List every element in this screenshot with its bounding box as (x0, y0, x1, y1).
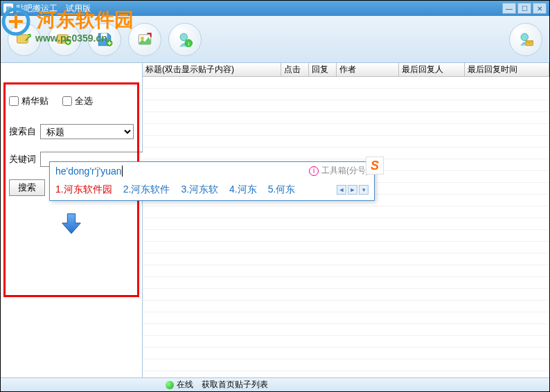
toolbar-btn-3[interactable] (88, 23, 121, 56)
table-header: 标题(双击显示贴子内容) 点击 回复 作者 最后回复人 最后回复时间 (143, 63, 549, 77)
statusbar: 在线 获取首页贴子列表 (1, 377, 549, 391)
online-indicator-icon (166, 381, 174, 389)
keyword-label: 关键词 (9, 153, 36, 166)
th-title[interactable]: 标题(双击显示贴子内容) (143, 63, 281, 76)
svg-rect-4 (101, 33, 107, 38)
th-last-reply-time[interactable]: 最后回复时间 (465, 63, 549, 76)
info-icon: i (309, 166, 319, 176)
maximize-button[interactable]: ☐ (517, 3, 531, 14)
toolbar-btn-1[interactable] (8, 23, 41, 56)
ime-prev-button[interactable]: ◄ (337, 185, 346, 195)
select-all-checkbox[interactable]: 全选 (62, 95, 93, 107)
app-icon: ▦ (3, 3, 13, 13)
ime-next-button[interactable]: ► (348, 185, 357, 195)
ime-candidate-3[interactable]: 3.河东软 (181, 184, 218, 196)
th-author[interactable]: 作者 (337, 63, 399, 76)
th-clicks[interactable]: 点击 (281, 63, 309, 76)
table-body[interactable] (143, 77, 549, 377)
ime-popup: S he'dong'r'j'yuan i 工具箱(分号) 1.河东软件园 2.河… (49, 161, 375, 201)
toolbar-btn-2[interactable] (48, 23, 81, 56)
ime-hint: i 工具箱(分号) (309, 165, 369, 177)
window-title: 贴吧搬运工 (16, 3, 57, 15)
svg-point-11 (521, 33, 529, 41)
main-area: 标题(双击显示贴子内容) 点击 回复 作者 最后回复人 最后回复时间 (143, 63, 549, 377)
th-last-replier[interactable]: 最后回复人 (399, 63, 465, 76)
ime-candidate-2[interactable]: 2.河东软件 (123, 184, 170, 196)
down-arrow-icon[interactable] (9, 210, 134, 236)
ime-input-text: he'dong'r'j'yuan (55, 166, 122, 177)
ime-candidate-1[interactable]: 1.河东软件园 (55, 184, 112, 196)
toolbar-btn-4[interactable] (128, 23, 161, 56)
ime-candidate-4[interactable]: 4.河东 (229, 184, 257, 196)
close-button[interactable]: ✕ (533, 3, 547, 14)
sogou-logo-icon: S (366, 157, 384, 175)
ime-candidate-5[interactable]: 5.何东 (268, 184, 296, 196)
window-subtitle: 试用版 (66, 3, 91, 15)
search-button[interactable]: 搜索 (9, 179, 45, 196)
th-replies[interactable]: 回复 (309, 63, 337, 76)
toolbar-btn-5[interactable]: i (168, 23, 202, 56)
search-from-select[interactable]: 标题 (40, 124, 134, 139)
sidebar: 精华贴 全选 搜索自 标题 关键词 搜索 (1, 63, 143, 377)
minimize-button[interactable]: — (502, 3, 516, 14)
search-from-label: 搜索自 (9, 125, 36, 138)
status-action: 获取首页贴子列表 (202, 379, 268, 391)
svg-point-8 (180, 33, 188, 41)
essence-checkbox[interactable]: 精华贴 (9, 95, 48, 107)
svg-text:i: i (188, 40, 189, 46)
status-online: 在线 (177, 379, 193, 391)
toolbar-btn-mail[interactable] (509, 23, 542, 56)
svg-rect-1 (17, 35, 28, 43)
titlebar: ▦ 贴吧搬运工 试用版 — ☐ ✕ (1, 1, 549, 16)
ime-menu-button[interactable]: ▾ (359, 185, 369, 195)
toolbar: i (1, 16, 549, 63)
